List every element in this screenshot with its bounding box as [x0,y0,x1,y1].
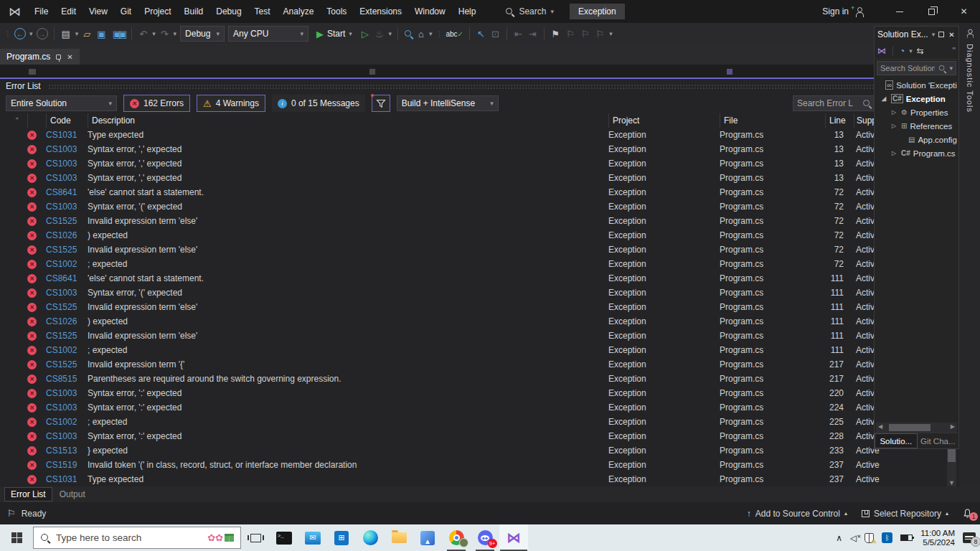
taskbar-item-visual-studio[interactable]: ⋈ [499,524,528,551]
error-code[interactable]: CS1003 [46,159,88,169]
error-row[interactable]: ✕ CS1003 Syntax error, '(' expected Exce… [0,199,959,214]
new-project-dropdown-icon[interactable]: ▾ [75,30,79,37]
undo-icon[interactable]: ↶ [138,29,149,39]
error-code[interactable]: CS1525 [46,302,88,312]
start-debugging-button[interactable]: ▶ Start ▾ [312,29,357,39]
error-row[interactable]: ✕ CS1003 Syntax error, ':' expected Exce… [0,400,959,415]
filter-button[interactable] [372,95,390,112]
scope-dropdown[interactable]: Entire Solution ▾ [6,95,117,111]
tab-error-list[interactable]: Error List [4,487,52,501]
navigate-forward-icon[interactable]: → [37,28,48,39]
chevron-down-icon[interactable]: ▾ [909,47,913,55]
menu-item[interactable]: Extensions [353,0,408,23]
start-without-debugging-icon[interactable]: ▷ [360,29,370,39]
error-code[interactable]: CS1026 [46,316,88,326]
add-to-source-control-button[interactable]: ↑ Add to Source Control ▴ [747,509,847,519]
minimize-button[interactable] [883,0,915,23]
sign-in-person-icon[interactable]: + [854,7,864,17]
taskbar-search-box[interactable]: ✿✿ [33,527,241,549]
error-row[interactable]: ✕ CS8641 'else' cannot start a statement… [0,271,959,286]
source-dropdown[interactable]: Build + IntelliSense ▾ [397,95,499,111]
navigate-to-cursor-icon[interactable]: ↖ [476,29,486,39]
error-code[interactable]: CS1003 [46,173,88,183]
error-row[interactable]: ✕ CS1003 Syntax error, ',' expected Exce… [0,156,959,171]
pin-icon[interactable] [56,55,61,60]
toggle-bookmark-icon[interactable]: ⚑ [550,29,562,39]
error-list-search-input[interactable] [797,98,859,108]
increase-indent-icon[interactable]: ⇥ [527,29,538,39]
error-row[interactable]: ✕ CS1002 ; expected Exception Program.cs… [0,415,959,429]
bluetooth-icon[interactable]: ᛒ [882,532,892,543]
error-code[interactable]: CS1003 [46,288,88,298]
error-row[interactable]: ✕ CS1031 Type expected Exception Program… [0,472,959,486]
error-code[interactable]: CS1003 [46,388,88,398]
error-row[interactable]: ✕ CS1525 Invalid expression term 'else' … [0,329,959,343]
error-code[interactable]: CS1002 [46,417,88,427]
preview-window-icon[interactable]: ⌂ [417,29,425,39]
errors-filter-button[interactable]: ✕ 162 Errors [123,95,190,112]
error-code[interactable]: CS8515 [46,374,88,384]
solution-configuration-dropdown[interactable]: Debug ▾ [180,26,225,42]
tab-git-changes[interactable]: Git Cha... [918,433,959,448]
action-center-button[interactable]: 8 [963,532,976,543]
navigate-back-icon[interactable]: ← [14,28,26,39]
taskbar-item-chrome[interactable] [442,524,471,551]
spell-check-icon[interactable]: abc✓ [446,30,463,38]
header-icon-column[interactable] [27,113,46,128]
error-row[interactable]: ✕ CS1031 Type expected Exception Program… [0,128,959,142]
pending-changes-filter-icon[interactable]: ◔ [900,46,905,56]
header-description[interactable]: Description [88,113,608,128]
hot-reload-dropdown-icon[interactable]: ▾ [389,30,392,37]
solution-explorer-horizontal-scrollbar[interactable]: ◀ ▶ [876,423,957,433]
error-row[interactable]: ✕ CS1513 } expected Exception Program.cs… [0,443,959,458]
select-repository-button[interactable]: Select Repository ▴ [862,509,948,519]
menu-item[interactable]: Tools [320,0,353,23]
header-file[interactable]: File [720,113,825,128]
error-row[interactable]: ✕ CS1026 ) expected Exception Program.cs… [0,228,959,242]
tree-item[interactable]: ▷ ⚙ Properties [875,105,958,119]
scroll-right-icon[interactable]: ▶ [951,423,955,430]
close-panel-icon[interactable]: ✕ [948,31,954,39]
sync-with-active-document-icon[interactable]: ⇆ [917,46,924,56]
save-icon[interactable]: ▣ [95,29,107,39]
error-row[interactable]: ✕ CS1003 Syntax error, ',' expected Exce… [0,142,959,156]
solution-platform-dropdown[interactable]: Any CPU ▾ [228,26,308,42]
titlebar-search[interactable]: Search ▾ [499,6,560,17]
error-row[interactable]: ✕ CS1525 Invalid expression term 'else' … [0,214,959,228]
tab-diagnostic-tools[interactable]: Diagnostic Tools [966,44,974,113]
open-file-icon[interactable]: ▱ [82,29,92,39]
sign-in-button[interactable]: Sign in [822,6,849,17]
close-button[interactable]: ✕ [948,0,980,23]
close-tab-icon[interactable]: ✕ [67,53,72,61]
error-row[interactable]: ✕ CS1003 Syntax error, ':' expected Exce… [0,429,959,443]
menu-item[interactable]: View [83,0,114,23]
tree-item[interactable]: ∞ Solution 'Excepti [875,78,958,92]
bookmarks-dropdown-icon[interactable]: ▾ [609,30,613,37]
scroll-down-icon[interactable]: ▼ [947,479,956,486]
header-code[interactable]: Code [46,113,88,128]
find-in-files-icon[interactable] [404,29,413,39]
error-row[interactable]: ✕ CS1003 Syntax error, ':' expected Exce… [0,386,959,400]
error-code[interactable]: CS1026 [46,230,88,240]
error-code[interactable]: CS1002 [46,259,88,269]
solution-search-input[interactable] [880,64,935,72]
error-code[interactable]: CS1003 [46,431,88,441]
decrease-indent-icon[interactable]: ⇤ [513,29,524,39]
header-project[interactable]: Project [608,113,720,128]
error-code[interactable]: CS1525 [46,245,88,255]
messages-filter-button[interactable]: i 0 of 15 Messages [272,95,365,112]
error-row[interactable]: ✕ CS1002 ; expected Exception Program.cs… [0,343,959,357]
clear-bookmarks-icon[interactable]: ⚐ [595,29,606,39]
taskbar-item-store[interactable]: ⊞ [327,524,356,551]
error-row[interactable]: ✕ CS1003 Syntax error, '(' expected Exce… [0,286,959,300]
expander-icon[interactable]: ▷ [892,109,898,116]
error-code[interactable]: CS1003 [46,144,88,154]
tree-item[interactable]: ▤ App.config [875,133,958,146]
taskbar-item-mail[interactable]: ✉ [298,524,327,551]
taskbar-item-discord[interactable]: 9+ [471,524,499,551]
redo-icon[interactable]: ↷ [159,29,170,39]
start-button[interactable] [0,524,33,551]
error-row[interactable]: ✕ CS1003 Syntax error, ',' expected Exce… [0,171,959,185]
taskbar-item-terminal[interactable]: >_ [270,524,298,551]
previous-bookmark-icon[interactable]: ⚐ [565,29,576,39]
